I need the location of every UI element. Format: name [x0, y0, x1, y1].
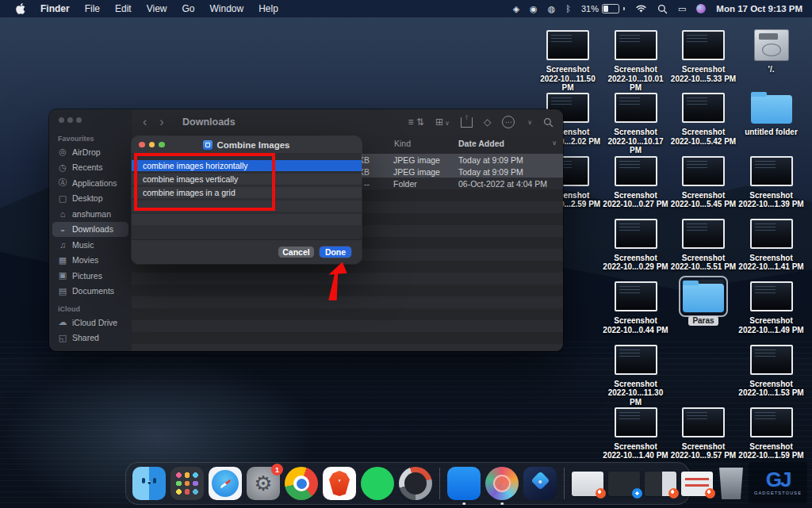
desktop-icon[interactable]: Screenshot 2022-10...1.39 PM [737, 155, 806, 209]
dialog-window-controls[interactable] [139, 142, 165, 148]
group-by-icon[interactable]: ⊞∨ [435, 116, 450, 128]
sidebar-item[interactable]: ▤ Documents [52, 284, 128, 300]
desktop-icon-image[interactable] [682, 406, 725, 439]
desktop-icon[interactable]: '/. [737, 29, 806, 74]
close-button[interactable] [139, 142, 145, 148]
dock-app-icon[interactable] [485, 467, 519, 500]
dock-app-icon[interactable] [132, 467, 166, 500]
desktop-icon[interactable]: Screenshot 2022-10...1.53 PM [737, 343, 806, 398]
desktop-icon-image[interactable] [615, 91, 657, 124]
desktop-icon[interactable]: Screenshot 2022-10...10.01 PM [602, 29, 670, 93]
minimized-window-thumbnail[interactable] [645, 472, 676, 496]
done-button[interactable]: Done [320, 246, 351, 258]
desktop-icon-image[interactable] [615, 280, 657, 313]
desktop-icon-image[interactable] [615, 406, 657, 439]
desktop-icon[interactable]: Screenshot 2022-10...9.57 PM [669, 406, 737, 460]
desktop-icon-image[interactable] [750, 217, 793, 250]
layers-icon[interactable]: ◈ [513, 5, 519, 13]
sidebar-item[interactable]: ▦ Movies [52, 253, 128, 269]
dock-app-icon[interactable] [399, 467, 432, 500]
menu-item[interactable]: Finder [40, 3, 70, 14]
desktop-icon-image[interactable] [683, 280, 724, 313]
desktop-icon[interactable]: untitled folder [737, 91, 806, 137]
sidebar-item[interactable]: ◱ Shared [52, 330, 128, 346]
desktop-icon[interactable]: Screenshot 2022-10...11.50 PM [534, 29, 602, 93]
share-icon[interactable] [461, 117, 473, 128]
menu-bar-clock[interactable]: Mon 17 Oct 9:13 PM [716, 4, 802, 13]
sidebar-item[interactable]: ◒ Downloads [52, 222, 128, 238]
sidebar-item[interactable]: ▢ Desktop [52, 191, 128, 207]
menu-item[interactable]: File [85, 3, 100, 14]
trash-icon[interactable] [718, 468, 745, 499]
sidebar-item[interactable]: ♫ Music [52, 237, 128, 253]
desktop-icon-image[interactable] [750, 280, 793, 313]
desktop-icon-image[interactable] [751, 91, 792, 124]
combine-option[interactable]: combine images vertically [132, 174, 362, 185]
zoom-button[interactable] [159, 142, 165, 148]
bluetooth-icon[interactable]: ᛒ [565, 5, 571, 13]
sidebar-item[interactable]: ◷ Recents [52, 160, 128, 176]
menu-item[interactable]: Go [182, 3, 195, 14]
back-button[interactable]: ‹ [143, 115, 147, 129]
desktop-icon[interactable]: Screenshot 2022-10...5.33 PM [669, 29, 737, 83]
siri-icon[interactable] [696, 4, 706, 13]
desktop-icon[interactable]: Screenshot 2022-10...5.42 PM [669, 91, 737, 146]
menu-item[interactable]: View [147, 3, 167, 14]
sidebar-item[interactable]: Ⓐ Applications [52, 175, 128, 191]
menu-item[interactable]: Edit [115, 3, 132, 14]
record-icon[interactable]: ◉ [530, 5, 538, 13]
minimized-window-thumbnail[interactable] [608, 472, 640, 496]
column-header-date-added[interactable]: Date Added [458, 139, 504, 148]
desktop-icon-image[interactable] [682, 217, 725, 250]
apple-menu-icon[interactable] [16, 3, 25, 14]
column-header-kind[interactable]: Kind [394, 139, 411, 148]
desktop-icon-image[interactable] [682, 155, 725, 188]
desktop-icon[interactable]: Screenshot 2022-10...11.30 PM [602, 343, 670, 407]
dock-app-icon[interactable] [209, 467, 242, 500]
dock-app-icon[interactable] [361, 467, 394, 500]
desktop-icon-image[interactable] [615, 343, 657, 376]
combine-option[interactable]: combine images in a grid [132, 187, 362, 198]
wifi-icon[interactable] [635, 4, 647, 13]
display-icon[interactable]: ▭ [678, 5, 686, 13]
search-icon[interactable] [657, 4, 668, 14]
sidebar-item[interactable]: ⌂ anshuman [52, 206, 128, 222]
desktop-icon-image[interactable] [615, 29, 657, 62]
column-sort-chevron-icon[interactable]: ∨ [552, 139, 557, 147]
menu-item[interactable]: Window [210, 3, 244, 14]
desktop-icon[interactable]: Screenshot 2022-10...1.59 PM [737, 406, 806, 460]
more-options-icon[interactable]: ⋯ [502, 116, 515, 128]
desktop-icon-image[interactable] [615, 155, 657, 188]
toolbar-search-icon[interactable] [543, 117, 553, 128]
desktop-icon[interactable]: Screenshot 2022-10...10.17 PM [602, 91, 670, 155]
desktop-icon[interactable]: Screenshot 2022-10...1.40 PM [602, 406, 670, 460]
desktop-icon[interactable]: Screenshot 2022-10...0.27 PM [602, 155, 670, 209]
desktop-icon-image[interactable] [754, 29, 789, 62]
desktop-icon-image[interactable] [750, 155, 793, 188]
desktop-icon[interactable]: Screenshot 2022-10...5.51 PM [669, 217, 737, 272]
dock-app-icon[interactable] [285, 467, 318, 500]
dock-app-icon[interactable] [170, 467, 204, 500]
sidebar-item[interactable]: ▣ Pictures [52, 268, 128, 284]
desktop-icon[interactable]: Paras [669, 280, 737, 326]
desktop-icon-image[interactable] [750, 406, 793, 439]
desktop-icon[interactable]: Screenshot 2022-10...5.45 PM [669, 155, 737, 209]
sidebar-item[interactable]: ☁ iCloud Drive [52, 315, 128, 330]
app-status-icon[interactable]: ◍ [548, 5, 556, 13]
battery-indicator[interactable]: 31% [581, 4, 625, 13]
cancel-button[interactable]: Cancel [278, 246, 314, 258]
dock-app-icon[interactable] [447, 467, 481, 500]
minimize-button[interactable] [67, 117, 73, 123]
list-view-icon[interactable]: ≡ ⇅ [408, 116, 424, 128]
dock-app-icon[interactable]: 1 [247, 467, 280, 500]
desktop-icon[interactable]: Screenshot 2022-10...0.29 PM [602, 217, 670, 272]
combine-option[interactable]: combine images horizontally [132, 160, 362, 171]
tag-icon[interactable]: ◇ [484, 116, 491, 128]
sidebar-item[interactable]: ◎ AirDrop [52, 144, 128, 160]
zoom-button[interactable] [76, 117, 82, 123]
dock-app-icon[interactable] [523, 467, 557, 500]
forward-button[interactable]: › [159, 115, 163, 129]
desktop-icon[interactable]: Screenshot 2022-10...1.41 PM [737, 217, 806, 272]
desktop-icon-image[interactable] [615, 217, 657, 250]
menu-item[interactable]: Help [259, 3, 278, 14]
